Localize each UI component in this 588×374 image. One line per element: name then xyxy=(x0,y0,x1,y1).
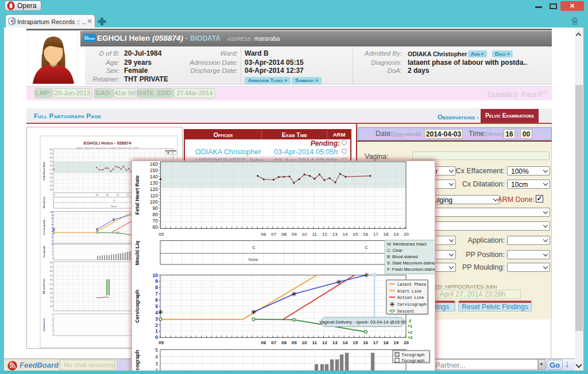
svg-text:15: 15 xyxy=(353,232,358,237)
svg-text:7: 7 xyxy=(52,221,53,223)
svg-text:17: 17 xyxy=(373,232,378,237)
svg-text:Tocograph: Tocograph xyxy=(134,350,140,373)
svg-text:1: 1 xyxy=(52,257,53,259)
svg-text:16: 16 xyxy=(363,232,368,237)
svg-text:08: 08 xyxy=(281,232,287,237)
svg-text:15: 15 xyxy=(353,340,358,345)
svg-text:10: 10 xyxy=(51,211,53,213)
svg-text:07: 07 xyxy=(271,232,276,237)
svg-text:1: 1 xyxy=(155,328,158,334)
svg-text:M: Membranes Intact: M: Membranes Intact xyxy=(387,241,427,247)
svg-text:+1: +1 xyxy=(408,324,413,329)
svg-text:190: 190 xyxy=(49,153,53,155)
svg-text:C: C xyxy=(113,199,115,202)
svg-text:19: 19 xyxy=(393,232,399,237)
svg-text:5: 5 xyxy=(52,244,53,247)
svg-text:6: 6 xyxy=(155,297,158,303)
svg-text:Tocograph: Tocograph xyxy=(401,353,425,357)
svg-text:140: 140 xyxy=(49,173,53,175)
svg-text:S: Stale Meconium-stained: S: Stale Meconium-stained xyxy=(387,260,435,266)
svg-text:F: Fresh Meconium-stained: F: Fresh Meconium-stained xyxy=(387,267,435,272)
svg-text:110: 110 xyxy=(49,301,53,303)
svg-text:07: 07 xyxy=(271,340,276,345)
svg-text:120: 120 xyxy=(49,181,53,183)
svg-text:100: 100 xyxy=(49,189,53,191)
svg-text:Alert Line: Alert Line xyxy=(397,289,421,294)
svg-text:EGHOLI Helen - 058874: EGHOLI Helen - 058874 xyxy=(84,141,132,146)
svg-text:160: 160 xyxy=(49,165,53,167)
svg-text:+3: +3 xyxy=(408,335,413,340)
svg-text:110: 110 xyxy=(49,185,53,187)
svg-text:Mould Liq: Mould Liq xyxy=(134,241,140,266)
svg-text:12: 12 xyxy=(322,232,327,237)
svg-text:3: 3 xyxy=(52,324,53,326)
svg-text:6: 6 xyxy=(52,224,53,226)
svg-text:190: 190 xyxy=(49,266,53,268)
svg-text:18: 18 xyxy=(384,232,389,237)
svg-text:140: 140 xyxy=(49,288,53,290)
svg-text:05: 05 xyxy=(158,340,164,345)
svg-text:5: 5 xyxy=(52,227,53,229)
svg-text:130: 130 xyxy=(150,180,158,186)
svg-text:Cervicograph: Cervicograph xyxy=(42,219,45,235)
svg-text:110: 110 xyxy=(150,193,158,198)
svg-text:11: 11 xyxy=(312,232,318,237)
svg-text:19: 19 xyxy=(393,340,399,345)
svg-text:Latent Phase: Latent Phase xyxy=(397,282,426,287)
svg-text:2: 2 xyxy=(52,329,53,332)
svg-text:C: C xyxy=(365,245,368,250)
svg-text:12: 12 xyxy=(127,193,130,196)
svg-text:Action Line: Action Line xyxy=(397,295,424,300)
svg-text:C: C xyxy=(252,245,256,250)
svg-text:8: 8 xyxy=(155,285,158,290)
svg-text:4: 4 xyxy=(155,310,158,315)
svg-text:160: 160 xyxy=(150,161,158,167)
svg-text:180: 180 xyxy=(49,270,53,272)
svg-text:200: 200 xyxy=(49,149,53,151)
svg-text:1: 1 xyxy=(52,240,53,242)
svg-text:3: 3 xyxy=(155,361,158,367)
svg-text:08: 08 xyxy=(106,193,109,196)
svg-text:0: 0 xyxy=(155,334,158,340)
svg-text:08: 08 xyxy=(281,340,287,345)
svg-text:None: None xyxy=(111,205,117,208)
svg-text:BP and Pulse: BP and Pulse xyxy=(42,278,45,294)
svg-text:20: 20 xyxy=(404,232,409,237)
svg-text:05: 05 xyxy=(53,193,56,196)
svg-text:100: 100 xyxy=(49,305,53,307)
svg-text:120: 120 xyxy=(49,297,53,299)
svg-text:Tocograph: Tocograph xyxy=(401,359,425,363)
svg-text:180: 180 xyxy=(49,157,53,159)
svg-text:9: 9 xyxy=(52,215,53,217)
svg-text:7: 7 xyxy=(155,291,158,297)
svg-text:3: 3 xyxy=(52,251,53,253)
svg-text:Mould Liq: Mould Liq xyxy=(42,197,45,208)
svg-text:10: 10 xyxy=(302,340,307,345)
svg-text:05: 05 xyxy=(158,232,164,237)
svg-text:170: 170 xyxy=(49,275,53,277)
svg-text:2: 2 xyxy=(155,322,158,328)
svg-text:11: 11 xyxy=(312,340,318,345)
svg-text:60: 60 xyxy=(153,224,158,230)
svg-text:5: 5 xyxy=(52,314,53,316)
svg-text:4: 4 xyxy=(52,247,53,250)
svg-text:2: 2 xyxy=(52,236,53,239)
svg-text:B: Blood-stained: B: Blood-stained xyxy=(387,254,418,259)
svg-text:160: 160 xyxy=(49,279,53,281)
svg-text:9: 9 xyxy=(155,278,158,284)
svg-text:120: 120 xyxy=(150,186,158,192)
svg-text:8: 8 xyxy=(52,217,53,220)
svg-text:13: 13 xyxy=(332,232,338,237)
svg-text:3: 3 xyxy=(52,233,53,236)
svg-text:150: 150 xyxy=(49,283,53,286)
svg-text:2: 2 xyxy=(52,254,53,256)
svg-text:Cervicograph: Cervicograph xyxy=(134,290,140,323)
svg-text:20: 20 xyxy=(404,340,409,345)
svg-text:17: 17 xyxy=(373,340,378,345)
svg-text:3: 3 xyxy=(155,316,158,322)
svg-text:130: 130 xyxy=(49,177,53,179)
svg-text:10: 10 xyxy=(117,193,119,196)
svg-text:0: 0 xyxy=(409,318,411,324)
svg-text:Tocograph: Tocograph xyxy=(42,246,45,258)
svg-text:Fetal Heart Rate: Fetal Heart Rate xyxy=(134,176,140,215)
